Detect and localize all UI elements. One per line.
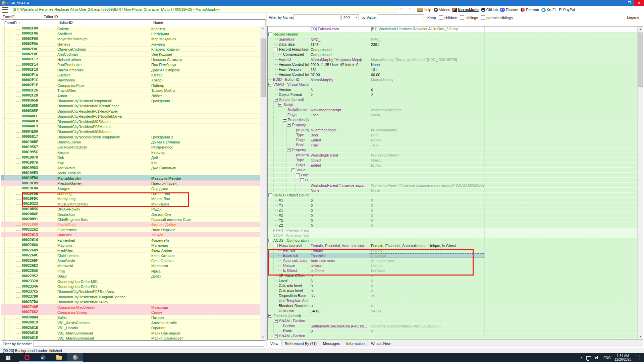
table-row[interactable]: 0000365FDiamondCityResidentF01ReadPaper [1, 108, 260, 113]
keep-option-children[interactable]: children [439, 16, 458, 20]
field-row[interactable]: ScriptNameworkshopnpcscriptworkshopnpcsc… [268, 107, 638, 112]
table-row[interactable]: 0001DB56DN054RowdyРауди [1, 206, 260, 212]
field-row[interactable]: OBND - Object Bounds [268, 193, 638, 198]
table-row[interactable]: 00019983JoeSavoldiДжо Савольди [1, 165, 260, 170]
field-row[interactable]: Form Version131131 [268, 67, 638, 72]
collapse-expander-icon[interactable] [274, 334, 278, 338]
field-row[interactable]: Rank00 [268, 328, 638, 334]
table-row[interactable]: 00002F26TravisMilesТрэвис Майлз [1, 88, 260, 93]
field-row[interactable]: Z200 [268, 223, 638, 228]
network-icon[interactable] [586, 356, 591, 360]
table-row[interactable]: 00019978DebДеб [1, 155, 260, 160]
collapse-expander-icon[interactable] [274, 319, 278, 323]
collapse-expander-icon[interactable] [278, 103, 282, 107]
collapse-expander-icon[interactable] [274, 98, 278, 102]
table-row[interactable]: 00002F18DarcyPembrokeДарси Пемброук [1, 67, 260, 72]
link-discord[interactable]: Discord [500, 8, 518, 12]
table-row[interactable]: 00002F1CHawthorneХоторн [1, 77, 260, 82]
field-row[interactable]: SignatureNPC_NPC_ [268, 37, 638, 42]
field-row[interactable]: FlagsLocalLocal [268, 112, 638, 117]
tab-messages[interactable]: Messages [320, 340, 343, 347]
table-row[interactable]: 00022616FahrenheitФаренгейт [1, 237, 260, 242]
checkbox-icon[interactable] [460, 15, 464, 20]
collapse-expander-icon[interactable] [287, 123, 291, 127]
field-row[interactable]: FormIDMamaMurphy "Матушка Мерф...MamaMur… [268, 57, 638, 62]
scrollbar-thumb[interactable] [638, 33, 643, 87]
filename-filter-input[interactable] [34, 341, 264, 347]
table-row[interactable]: 000237DADiamondCityResidentM07Alley [1, 299, 260, 304]
table-row[interactable]: 00004DF9DiamondCityResidentF06Market [1, 124, 260, 129]
table-row[interactable]: 0001995CKesslerКесслер [1, 149, 260, 155]
field-row[interactable]: Y200 [268, 218, 638, 223]
table-row[interactable]: 00004E08DiamondCityResidentM03Market [1, 129, 260, 134]
collapse-expander-icon[interactable] [274, 48, 278, 51]
field-row[interactable]: property...bCommandablebCommandable [268, 127, 638, 132]
filter-value-input[interactable] [378, 14, 424, 20]
field-row[interactable]: WorkshopParent "Главное зада...WorkshopP… [268, 183, 638, 188]
breadcrumb[interactable]: [B7] Wasteland Heroines Replacer All in … [11, 7, 397, 12]
start-button[interactable] [0, 353, 16, 362]
collapse-expander-icon[interactable] [268, 83, 272, 86]
tab-view[interactable]: View [267, 340, 282, 347]
table-row[interactable]: 0002268AMagnoliaМагнолия [1, 242, 260, 247]
field-row[interactable]: Version Control Info 12019-11-25 User: 4… [268, 62, 638, 67]
table-row[interactable]: 0002A819V81_AlexisCombesАлексис Комбс [1, 320, 260, 325]
field-row[interactable]: Version66 [268, 87, 638, 92]
field-row[interactable]: Auto-calc statsAuto-calc statsAuto-calc … [268, 258, 638, 263]
field-row[interactable]: O... [268, 178, 638, 183]
tab-information[interactable]: Information [343, 340, 368, 347]
volume-icon[interactable] [595, 356, 600, 360]
taskbar-fo4edit-active[interactable] [67, 353, 83, 362]
keep-option-siblings[interactable]: siblings [460, 16, 478, 20]
collapse-expander-icon[interactable] [296, 173, 300, 177]
table-row[interactable]: 000190BFDannySullivanДэнни Салливан [1, 139, 260, 144]
legend-button[interactable]: Legend [627, 15, 639, 19]
field-row[interactable]: Objec... [268, 173, 638, 178]
table-row[interactable]: 00022613HancockХэнкок [1, 232, 260, 237]
collapse-expander-icon[interactable] [274, 244, 278, 247]
table-row[interactable]: 000226DCClairHutchinsКлэр Хатчинс [1, 253, 260, 258]
field-row[interactable]: Level66 [268, 278, 638, 283]
table-row[interactable]: 0001D323MQ102MinuteManМинитмен [1, 201, 260, 206]
field-row[interactable]: Bleedout Override00 [268, 303, 638, 308]
field-row[interactable]: Property [268, 147, 638, 153]
table-row[interactable]: 00019567EncRaider01BossРейдер-босс [1, 144, 260, 149]
table-row[interactable]: 00002F06SheffieldШеффилд [1, 31, 260, 36]
link-help[interactable]: Help [417, 8, 431, 12]
table-row[interactable]: 000226DFStanSlavinСтэн Славин [1, 258, 260, 263]
table-row[interactable]: 000237D0DiamondCityResidentM01DugoutExte… [1, 294, 260, 299]
table-row[interactable]: 0002A81EV81_MariaSummersetМария Саммерсе… [1, 335, 260, 340]
taskbar-steam[interactable] [35, 353, 51, 362]
table-row[interactable]: 00019FD9PrestonGarveyПрестон Гарви [1, 181, 260, 186]
field-row[interactable]: Version Control Info 207 0000 00 [268, 72, 638, 77]
column-header-editorid[interactable]: EditorID [57, 20, 151, 26]
table-row[interactable]: 00002F0EAnnCodmanЭнн Кодман [1, 52, 260, 57]
table-row[interactable]: 00002F08MayorMcDonoughМэр Макдонах [1, 36, 260, 41]
close-button[interactable]: ✕ [634, 0, 644, 6]
link-ko-fi[interactable]: Ko-Fi [541, 8, 555, 12]
action-center-icon[interactable] [635, 356, 640, 360]
field-row[interactable]: BoolTrueTrue [268, 142, 638, 147]
tab-what-s-new[interactable]: What's New [368, 340, 394, 347]
scroll-down-icon[interactable]: ▼ [260, 335, 266, 340]
scroll-up-icon[interactable]: ▲ [260, 26, 266, 31]
right-grid-scrollbar[interactable]: ▲ ▼ [637, 26, 643, 340]
field-row[interactable]: Z100 [268, 208, 638, 213]
table-row[interactable]: 000222A2ElliePerkinsЭлли Перкинс [1, 227, 260, 232]
field-row[interactable]: NoneNone [268, 188, 638, 193]
table-row[interactable]: 000219B0PhyllisDailyФиллис Дейли [1, 222, 260, 227]
table-row[interactable]: 000226D9FredAllenФред Аллен [1, 248, 260, 253]
field-row[interactable]: FlagsEditedEdited [268, 137, 638, 142]
table-row[interactable]: 00005817DiamondCityNoodlePatronTemplate0… [1, 134, 260, 139]
column-header-b7-plugin[interactable]: [B7] Wasteland Heroines Replacer All in … [369, 26, 485, 32]
scroll-down-icon[interactable]: ▼ [638, 334, 643, 340]
field-row[interactable]: Flags (sorted)Female, Essential, Auto-ca… [268, 243, 638, 248]
checkbox-icon[interactable] [481, 15, 485, 20]
field-row[interactable]: VMAD - Virtual Machine Ada... [268, 82, 638, 87]
table-row[interactable]: 00019FDBJunLongЦзюнь Лон [1, 191, 260, 196]
field-row[interactable]: X200 [268, 213, 638, 218]
table-row[interactable]: 00020B8EDoctorSunДоктор Сун [1, 212, 260, 217]
link-nexusmods[interactable]: NexusMods [452, 8, 479, 12]
table-row[interactable]: 00002F1AEustaceЮстас [1, 72, 260, 77]
tray-chevron-up-icon[interactable]: ∧ [580, 356, 583, 360]
